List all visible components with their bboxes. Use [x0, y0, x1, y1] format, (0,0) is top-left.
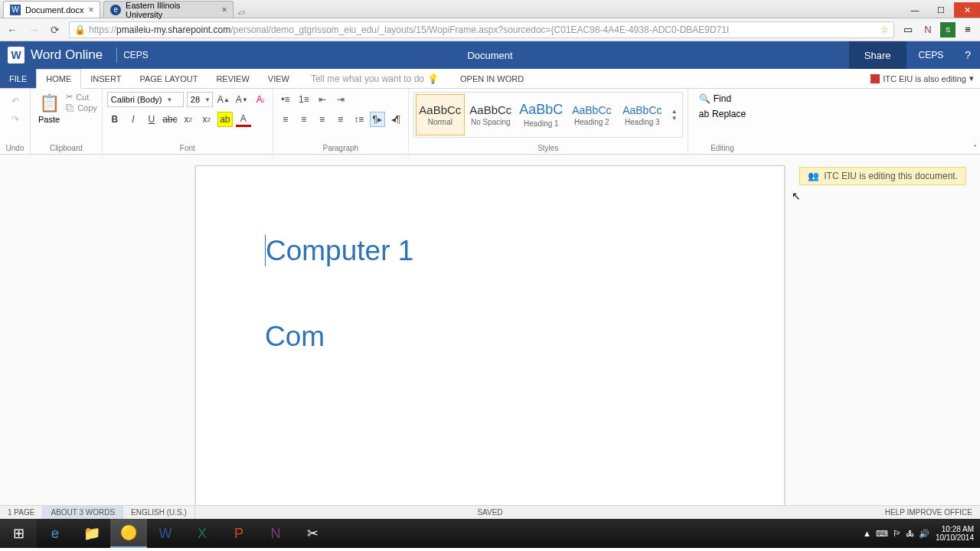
- menu-icon[interactable]: ≡: [960, 22, 975, 37]
- strike-button[interactable]: abc: [162, 112, 178, 127]
- keyboard-icon[interactable]: ⌨: [876, 529, 888, 539]
- minimize-button[interactable]: —: [902, 2, 928, 18]
- coedit-note-text: ITC EIU is editing this document.: [824, 171, 958, 181]
- document-title[interactable]: Document: [467, 50, 512, 61]
- clear-format-button[interactable]: Aᵢ: [253, 92, 268, 107]
- underline-button[interactable]: U: [144, 112, 159, 127]
- volume-icon[interactable]: 🔊: [919, 529, 929, 539]
- taskbar-snip[interactable]: ✂: [294, 519, 331, 548]
- url-input[interactable]: 🔒 https://pmaileiu-my.sharepoint.com/per…: [69, 21, 894, 38]
- heading-line-2[interactable]: Com: [265, 321, 715, 353]
- heading-line-1[interactable]: Computer 1: [265, 235, 715, 267]
- replace-icon: ab: [699, 109, 709, 119]
- taskbar-ie[interactable]: e: [37, 519, 74, 548]
- sharepoint-icon[interactable]: S: [940, 22, 956, 37]
- new-tab-button[interactable]: ▱: [234, 7, 249, 18]
- tab-file[interactable]: FILE: [0, 69, 36, 88]
- ltr-button[interactable]: ¶▸: [370, 112, 385, 127]
- numbering-button[interactable]: 1≡: [296, 92, 312, 107]
- status-help[interactable]: HELP IMPROVE OFFICE: [877, 508, 980, 517]
- indent-button[interactable]: ⇥: [333, 92, 348, 107]
- cut-button[interactable]: ✂Cut: [66, 92, 97, 102]
- tell-me-search[interactable]: Tell me what you want to do 💡: [305, 69, 445, 88]
- style-normal[interactable]: AaBbCcNormal: [416, 94, 465, 135]
- word-logo[interactable]: W Word Online: [0, 47, 110, 64]
- status-words[interactable]: ABOUT 3 WORDS: [43, 506, 123, 519]
- undo-button[interactable]: ↶: [8, 93, 23, 109]
- tab-home[interactable]: HOME: [36, 69, 81, 89]
- subscript-button[interactable]: x2: [181, 112, 196, 127]
- font-size-combo[interactable]: 28▼: [187, 92, 213, 107]
- tray-up-icon[interactable]: ▲: [863, 529, 871, 539]
- style-heading-1[interactable]: AaBbCHeading 1: [517, 94, 566, 135]
- star-icon[interactable]: ☆: [880, 24, 889, 35]
- tab-insert[interactable]: INSERT: [81, 69, 130, 88]
- grow-font-button[interactable]: A▲: [216, 92, 231, 107]
- style-no-spacing[interactable]: AaBbCcNo Spacing: [466, 94, 515, 135]
- chevron-down-icon: ▼: [204, 96, 211, 103]
- italic-button[interactable]: I: [126, 112, 141, 127]
- taskbar-onenote[interactable]: N: [257, 519, 294, 548]
- superscript-button[interactable]: x2: [199, 112, 214, 127]
- bold-button[interactable]: B: [107, 112, 122, 127]
- style-more-button[interactable]: ▲▼: [668, 108, 681, 122]
- system-tray[interactable]: ▲ ⌨ 🏳 🖧 🔊: [863, 529, 929, 539]
- style-heading-3[interactable]: AaBbCcHeading 3: [618, 94, 667, 135]
- copy-button[interactable]: ⿻Copy: [66, 103, 97, 112]
- tab-review[interactable]: REVIEW: [207, 69, 258, 88]
- paste-button[interactable]: 📋 Paste: [35, 92, 63, 126]
- status-language[interactable]: ENGLISH (U.S.): [123, 506, 195, 519]
- bullets-button[interactable]: •≡: [278, 92, 293, 107]
- coedit-indicator[interactable]: ITC EIU is also editing ▾: [864, 69, 980, 88]
- back-button[interactable]: ←: [5, 22, 20, 37]
- taskbar-clock[interactable]: 10:28 AM 10/10/2014: [936, 525, 974, 542]
- taskbar-explorer[interactable]: 📁: [74, 519, 110, 548]
- user-left[interactable]: CEPS: [123, 50, 149, 60]
- taskbar-chrome[interactable]: 🟡: [110, 519, 147, 548]
- font-color-button[interactable]: A: [236, 112, 251, 127]
- collapse-ribbon-button[interactable]: ˄: [973, 144, 977, 152]
- line-spacing-button[interactable]: ↕≡: [351, 112, 367, 127]
- close-icon[interactable]: ×: [88, 5, 93, 15]
- rtl-button[interactable]: ◂¶: [388, 112, 403, 127]
- find-button[interactable]: 🔍Find: [699, 93, 746, 104]
- help-button[interactable]: ?: [956, 49, 980, 61]
- shrink-font-button[interactable]: A▼: [234, 92, 250, 107]
- forward-button[interactable]: →: [26, 22, 41, 37]
- taskbar-word[interactable]: W: [147, 519, 184, 548]
- font-name-combo[interactable]: Calibri (Body)▼: [107, 92, 184, 107]
- redo-button[interactable]: ↷: [8, 112, 23, 127]
- justify-button[interactable]: ≡: [333, 112, 348, 127]
- replace-button[interactable]: abReplace: [699, 109, 746, 119]
- chevron-down-icon: ▼: [166, 96, 172, 103]
- browser-tab-inactive[interactable]: e Eastern Illinois University ×: [103, 1, 234, 18]
- share-button[interactable]: Share: [849, 41, 906, 69]
- document-page[interactable]: Computer 1 Com: [195, 165, 785, 505]
- align-left-button[interactable]: ≡: [278, 112, 293, 127]
- coedit-notification[interactable]: 👥 ITC EIU is editing this document.: [799, 167, 966, 185]
- start-button[interactable]: ⊞: [0, 519, 37, 548]
- outdent-button[interactable]: ⇤: [315, 92, 330, 107]
- tab-page-layout[interactable]: PAGE LAYOUT: [130, 69, 207, 88]
- open-in-word-button[interactable]: OPEN IN WORD: [460, 69, 524, 88]
- flag-icon[interactable]: 🏳: [893, 529, 901, 539]
- browser-tab-active[interactable]: W Document.docx ×: [3, 1, 100, 18]
- reload-button[interactable]: ⟳: [47, 22, 63, 37]
- taskbar-powerpoint[interactable]: P: [220, 519, 257, 548]
- close-window-button[interactable]: ✕: [954, 2, 980, 18]
- network-icon[interactable]: 🖧: [906, 529, 914, 539]
- maximize-button[interactable]: ☐: [928, 2, 954, 18]
- highlight-button[interactable]: ab: [217, 112, 233, 127]
- user-right[interactable]: CEPS: [906, 50, 956, 60]
- close-icon[interactable]: ×: [221, 5, 227, 15]
- taskbar-excel[interactable]: X: [184, 519, 220, 548]
- status-pages[interactable]: 1 PAGE: [0, 506, 43, 519]
- document-canvas[interactable]: 👥 ITC EIU is editing this document. ↖ Co…: [0, 155, 980, 505]
- tab-view[interactable]: VIEW: [259, 69, 299, 88]
- device-icon[interactable]: ▭: [900, 22, 916, 37]
- onenote-icon[interactable]: N: [920, 22, 936, 37]
- align-center-button[interactable]: ≡: [296, 112, 312, 127]
- align-right-button[interactable]: ≡: [315, 112, 330, 127]
- style-heading-2[interactable]: AaBbCcHeading 2: [567, 94, 616, 135]
- group-label-clipboard: Clipboard: [35, 144, 97, 154]
